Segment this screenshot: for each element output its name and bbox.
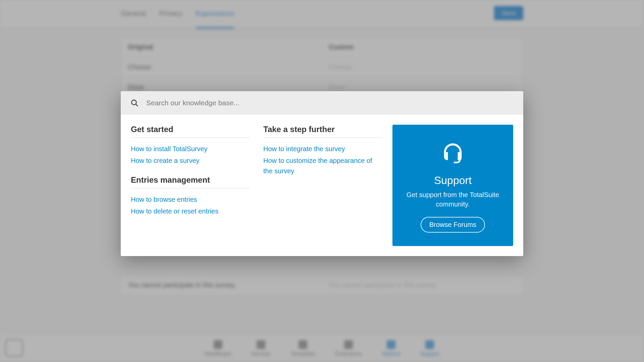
section-entries-title: Entries management xyxy=(131,175,250,188)
support-title: Support xyxy=(434,174,472,187)
kb-link-customize[interactable]: How to customize the appearance of the s… xyxy=(263,156,382,176)
search-bar xyxy=(121,91,523,115)
kb-columns: Get started How to install TotalSurvey H… xyxy=(131,125,382,246)
kb-col-left: Get started How to install TotalSurvey H… xyxy=(131,125,250,246)
kb-link-browse[interactable]: How to browse entries xyxy=(131,194,250,205)
kb-link-install[interactable]: How to install TotalSurvey xyxy=(131,144,250,154)
kb-link-delete[interactable]: How to delete or reset entries xyxy=(131,206,250,217)
support-desc: Get support from the TotalSuite communit… xyxy=(402,190,503,209)
kb-link-integrate[interactable]: How to integrate the survey xyxy=(263,144,382,154)
section-further-title: Take a step further xyxy=(263,125,382,138)
svg-line-1 xyxy=(136,104,138,106)
support-modal: Get started How to install TotalSurvey H… xyxy=(121,91,523,256)
browse-forums-button[interactable]: Browse Forums xyxy=(421,217,485,233)
section-get-started-title: Get started xyxy=(131,125,250,138)
support-card: Support Get support from the TotalSuite … xyxy=(392,125,513,246)
kb-link-create[interactable]: How to create a survey xyxy=(131,156,250,166)
modal-body: Get started How to install TotalSurvey H… xyxy=(121,115,523,256)
svg-point-0 xyxy=(131,100,136,105)
search-icon xyxy=(130,99,139,107)
search-input[interactable] xyxy=(146,99,514,107)
headset-icon xyxy=(441,141,465,165)
kb-col-right: Take a step further How to integrate the… xyxy=(263,125,382,246)
